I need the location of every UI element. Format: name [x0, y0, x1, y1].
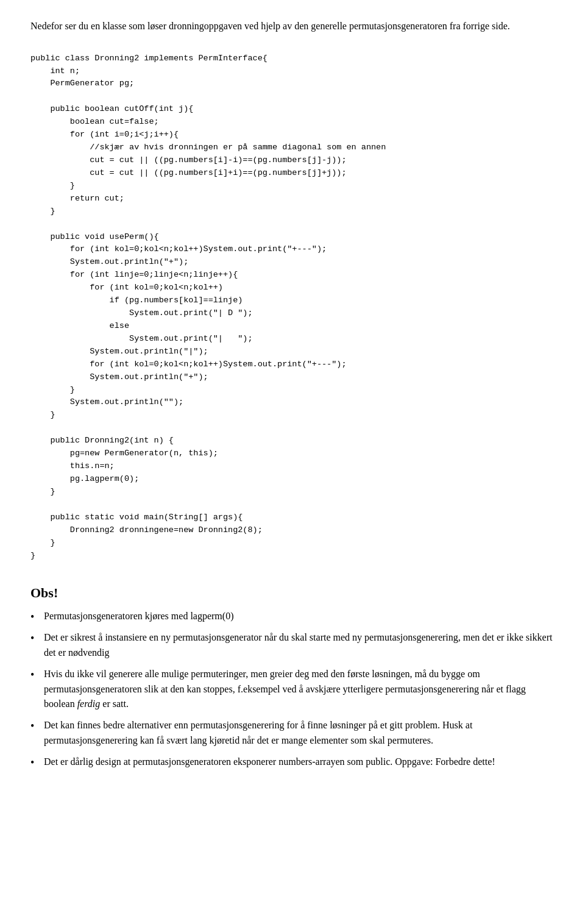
bullet-text-2: Det er sikrest å instansiere en ny permu… — [44, 632, 552, 658]
bullet-text-4: Det kan finnes bedre alternativer enn pe… — [44, 720, 472, 745]
bullet-text-3-italic: ferdig — [77, 698, 101, 709]
list-item: Det kan finnes bedre alternativer enn pe… — [30, 718, 555, 748]
list-item: Det er dårlig design at permutasjonsgene… — [30, 755, 555, 770]
list-item: Hvis du ikke vil generere alle mulige pe… — [30, 667, 555, 712]
list-item: Det er sikrest å instansiere en ny permu… — [30, 630, 555, 661]
obs-title: Obs! — [30, 583, 555, 603]
bullet-text-5: Det er dårlig design at permutasjonsgene… — [44, 756, 495, 767]
bullet-text-1: Permutasjonsgeneratoren kjøres med lagpe… — [44, 611, 233, 621]
bullet-text-3b: er satt. — [100, 698, 129, 709]
intro-paragraph: Nedefor ser du en klasse som løser dronn… — [30, 18, 555, 34]
obs-section: Obs! Permutasjonsgeneratoren kjøres med … — [30, 583, 555, 769]
list-item: Permutasjonsgeneratoren kjøres med lagpe… — [30, 609, 555, 624]
code-block: public class Dronning2 implements PermIn… — [30, 46, 555, 569]
bullet-list: Permutasjonsgeneratoren kjøres med lagpe… — [30, 609, 555, 769]
